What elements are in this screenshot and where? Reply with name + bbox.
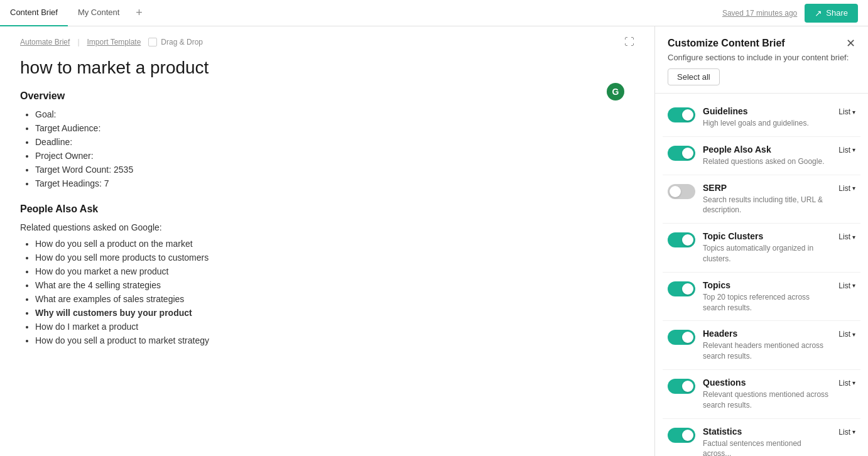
panel-section-paa: People Also Ask Related questions asked … (663, 137, 860, 175)
paa-heading: People Also Ask (20, 204, 634, 215)
list-item[interactable]: Goal: (35, 109, 634, 119)
topic-clusters-desc: Topics automatically organized in cluste… (703, 243, 831, 264)
panel-sections-list: Guidelines High level goals and guidelin… (655, 94, 868, 456)
share-button[interactable]: ↗ Share (805, 4, 858, 23)
saved-indicator: Saved 17 minutes ago (722, 9, 797, 18)
topics-name: Topics (703, 280, 831, 290)
top-bar-actions: Saved 17 minutes ago ↗ Share (722, 4, 868, 23)
statistics-name: Statistics (703, 426, 831, 437)
list-item[interactable]: What are the 4 selling strategies (35, 280, 634, 290)
share-icon: ↗ (815, 8, 822, 18)
questions-list-dropdown[interactable]: List ▾ (838, 379, 855, 388)
statistics-list-dropdown[interactable]: List ▾ (838, 428, 855, 437)
paa-info: People Also Ask Related questions asked … (703, 144, 831, 167)
chevron-down-icon: ▾ (852, 331, 855, 338)
list-item[interactable]: Deadline: (35, 137, 634, 147)
people-also-ask-section: People Also Ask Related questions asked … (20, 204, 634, 345)
tab-add-button[interactable]: + (129, 0, 149, 26)
statistics-toggle[interactable] (668, 428, 695, 443)
chevron-down-icon: ▾ (852, 185, 855, 192)
guidelines-name: Guidelines (703, 106, 831, 116)
serp-list-dropdown[interactable]: List ▾ (838, 184, 855, 193)
paa-list: How do you sell a product on the market … (20, 239, 634, 345)
chevron-down-icon: ▾ (852, 379, 855, 386)
topic-clusters-info: Topic Clusters Topics automatically orga… (703, 231, 831, 264)
overview-list: Goal: Target Audience: Deadline: Project… (20, 109, 634, 188)
chevron-down-icon: ▾ (852, 109, 855, 116)
chevron-down-icon: ▾ (852, 234, 855, 241)
panel-section-statistics: Statistics Factual sentences mentioned a… (663, 419, 860, 456)
content-area: Automate Brief | Import Template Drag & … (0, 26, 654, 456)
headers-name: Headers (703, 328, 831, 339)
guidelines-list-dropdown[interactable]: List ▾ (838, 107, 855, 116)
topics-list-dropdown[interactable]: List ▾ (838, 281, 855, 290)
panel-title-row: Customize Content Brief ✕ (668, 38, 855, 49)
topics-desc: Top 20 topics referenced across search r… (703, 292, 831, 313)
headers-toggle[interactable] (668, 330, 695, 345)
overview-section: Overview Goal: Target Audience: Deadline… (20, 90, 634, 188)
list-item[interactable]: How do you sell a product to market stra… (35, 335, 634, 345)
list-item[interactable]: Target Headings: 7 (35, 178, 634, 188)
guidelines-toggle[interactable] (668, 107, 695, 122)
paa-desc-panel: Related questions asked on Google. (703, 156, 831, 167)
select-all-button[interactable]: Select all (668, 68, 720, 85)
automate-brief-link[interactable]: Automate Brief (20, 38, 70, 46)
serp-toggle[interactable] (668, 184, 695, 199)
expand-icon[interactable]: ⛶ (624, 36, 634, 48)
panel-section-topics: Topics Top 20 topics referenced across s… (663, 273, 860, 322)
drag-drop-checkbox[interactable] (148, 38, 157, 46)
customize-panel: Customize Content Brief ✕ Configure sect… (654, 26, 868, 456)
list-item[interactable]: How do you sell a product on the market (35, 239, 634, 249)
questions-desc: Relevant questions mentioned across sear… (703, 389, 831, 411)
topics-info: Topics Top 20 topics referenced across s… (703, 280, 831, 313)
grammarly-icon: G (607, 83, 624, 100)
tab-content-brief[interactable]: Content Brief (0, 0, 68, 26)
questions-info: Questions Relevant questions mentioned a… (703, 377, 831, 411)
paa-list-dropdown[interactable]: List ▾ (838, 146, 855, 155)
paa-toggle[interactable] (668, 146, 695, 161)
list-item[interactable]: Target Word Count: 2535 (35, 165, 634, 175)
guidelines-info: Guidelines High level goals and guidelin… (703, 106, 831, 129)
headers-list-dropdown[interactable]: List ▾ (838, 330, 855, 339)
paa-description: Related questions asked on Google: (20, 222, 634, 232)
drag-drop-label[interactable]: Drag & Drop (148, 38, 203, 46)
panel-section-serp: SERP Search results including title, URL… (663, 175, 860, 224)
headers-info: Headers Relevant headers mentioned acros… (703, 328, 831, 362)
topic-clusters-list-dropdown[interactable]: List ▾ (838, 232, 855, 241)
list-item[interactable]: Project Owner: (35, 151, 634, 161)
list-item[interactable]: How do you sell more products to custome… (35, 252, 634, 263)
questions-name: Questions (703, 377, 831, 388)
tab-my-content[interactable]: My Content (68, 0, 129, 26)
panel-section-topic-clusters: Topic Clusters Topics automatically orga… (663, 224, 860, 273)
list-item[interactable]: Target Audience: (35, 123, 634, 133)
panel-subtitle: Configure sections to include in your co… (668, 53, 855, 62)
page-title[interactable]: how to market a product (20, 58, 634, 78)
serp-name: SERP (703, 183, 831, 193)
overview-heading: Overview (20, 90, 634, 102)
headers-desc: Relevant headers mentioned across search… (703, 340, 831, 362)
guidelines-desc: High level goals and guidelines. (703, 118, 831, 129)
panel-close-button[interactable]: ✕ (846, 38, 855, 49)
panel-section-guidelines: Guidelines High level goals and guidelin… (663, 99, 860, 137)
panel-title-text: Customize Content Brief (668, 38, 785, 49)
main-layout: Automate Brief | Import Template Drag & … (0, 26, 868, 456)
serp-info: SERP Search results including title, URL… (703, 183, 831, 216)
panel-section-questions: Questions Relevant questions mentioned a… (663, 370, 860, 419)
chevron-down-icon: ▾ (852, 282, 855, 289)
questions-toggle[interactable] (668, 379, 695, 394)
paa-name: People Also Ask (703, 144, 831, 155)
topic-clusters-name: Topic Clusters (703, 231, 831, 241)
panel-header: Customize Content Brief ✕ Configure sect… (655, 26, 868, 94)
topic-clusters-toggle[interactable] (668, 232, 695, 247)
topics-toggle[interactable] (668, 281, 695, 296)
toolbar-separator: | (77, 38, 79, 46)
list-item[interactable]: What are examples of sales strategies (35, 294, 634, 304)
list-item[interactable]: How do I market a product (35, 322, 634, 332)
serp-desc: Search results including title, URL & de… (703, 195, 831, 216)
import-template-link[interactable]: Import Template (87, 38, 141, 46)
statistics-info: Statistics Factual sentences mentioned a… (703, 426, 831, 456)
list-item[interactable]: Why will customers buy your product (35, 308, 634, 318)
list-item[interactable]: How do you market a new product (35, 266, 634, 276)
chevron-down-icon: ▾ (852, 428, 855, 435)
panel-section-headers: Headers Relevant headers mentioned acros… (663, 321, 860, 370)
